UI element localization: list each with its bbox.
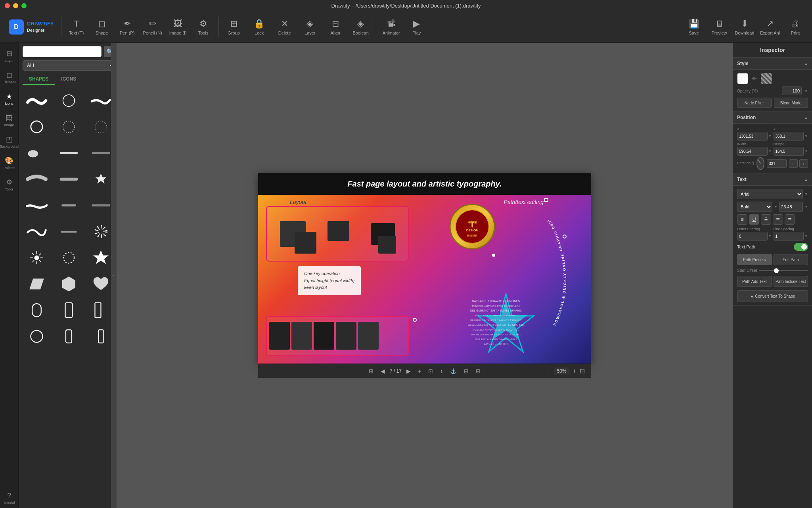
shape-item[interactable]	[54, 272, 84, 296]
selection-handle-3[interactable]	[413, 318, 417, 322]
y-input[interactable]	[774, 132, 804, 140]
selection-handle-1[interactable]	[544, 198, 548, 202]
toolbar-layer[interactable]: ◈ Layer	[298, 13, 322, 40]
path-presets-button[interactable]: Path Presets	[737, 254, 772, 265]
toolbar-pen[interactable]: ✒ Pen (P)	[115, 13, 139, 40]
toolbar-group[interactable]: ⊞ Group	[222, 13, 246, 40]
next-page-button[interactable]: ▶	[404, 367, 413, 375]
edit-path-button[interactable]: Edit Path	[774, 254, 808, 265]
page-layout-button[interactable]: ⊟	[462, 367, 471, 375]
shape-item[interactable]	[22, 89, 52, 112]
shape-item[interactable]	[22, 141, 52, 165]
canvas-area[interactable]: Fast page layout and artistic typography…	[117, 43, 733, 508]
height-input[interactable]	[774, 147, 804, 156]
toolbar-play[interactable]: ▶ Play	[405, 13, 429, 40]
search-input[interactable]	[23, 46, 102, 57]
underline-button[interactable]: U	[749, 214, 759, 225]
nav-tutorial[interactable]: ? Tutorial	[0, 488, 18, 508]
shape-item[interactable]	[54, 246, 84, 269]
font-family-select[interactable]: Arial	[737, 189, 803, 199]
shape-item[interactable]	[54, 298, 84, 322]
path-include-text-button[interactable]: Path Include Text	[774, 276, 808, 287]
nav-icons[interactable]: ★ Icons	[0, 89, 18, 109]
toolbar-lock[interactable]: 🔒 Lock	[247, 13, 271, 40]
flip-h-button[interactable]: ↔	[789, 159, 798, 168]
line-spacing-input[interactable]	[774, 232, 804, 241]
start-offset-slider[interactable]	[759, 270, 808, 271]
shape-item[interactable]	[54, 324, 84, 348]
x-input[interactable]	[737, 132, 768, 140]
shape-item[interactable]	[22, 272, 52, 296]
shape-item[interactable]	[22, 298, 52, 322]
toolbar-image[interactable]: 🖼 Image (I)	[166, 13, 190, 40]
copy-page-button[interactable]: ⊡	[426, 367, 435, 375]
nav-background[interactable]: ◰ Background	[0, 132, 18, 152]
width-input[interactable]	[737, 147, 768, 156]
align-left-button[interactable]: ≡	[737, 214, 747, 225]
style-section-header[interactable]: Style ▲	[733, 58, 812, 70]
edit-color-button[interactable]: ✏	[751, 75, 758, 83]
shape-item[interactable]	[22, 219, 52, 243]
pattern-swatch[interactable]	[761, 73, 772, 84]
shape-item[interactable]	[54, 167, 84, 191]
anchor-button[interactable]: ⚓	[448, 367, 459, 375]
toolbar-shape[interactable]: ◻ Shape	[90, 13, 114, 40]
toolbar-print[interactable]: 🖨 Print	[783, 13, 807, 40]
toolbar-pencil[interactable]: ✏ Pencil (N)	[141, 13, 165, 40]
convert-text-shape-button[interactable]: ★ Convert Text To Shape	[737, 290, 808, 302]
fill-color-swatch[interactable]	[737, 73, 748, 84]
strikethrough-button[interactable]: S	[761, 214, 771, 225]
toolbar-delete[interactable]: ✕ Delete	[273, 13, 297, 40]
letter-spacing-input[interactable]	[737, 232, 768, 241]
rotation-dial[interactable]	[756, 157, 764, 170]
zoom-in-button[interactable]: +	[573, 368, 576, 375]
maximize-button[interactable]	[21, 3, 27, 8]
path-add-text-button[interactable]: Path Add Text	[737, 276, 772, 287]
tab-shapes[interactable]: SHAPES	[23, 74, 55, 85]
add-page-button[interactable]: +	[416, 367, 423, 375]
grid-view-button[interactable]: ⊞	[366, 367, 376, 375]
shape-item[interactable]	[22, 167, 52, 191]
move-page-button[interactable]: ↕	[438, 367, 445, 375]
zoom-out-button[interactable]: −	[547, 368, 550, 375]
nav-image[interactable]: 🖼 Image	[0, 110, 18, 130]
text-section-header[interactable]: Text ▲	[733, 173, 812, 186]
toolbar-boolean[interactable]: ◈ Boolean	[349, 13, 373, 40]
font-weight-select[interactable]: Bold	[737, 202, 772, 212]
shape-item[interactable]	[54, 89, 84, 112]
shape-item[interactable]	[22, 115, 52, 139]
tab-icons[interactable]: ICONS	[55, 74, 82, 85]
nav-palette[interactable]: 🎨 Palette	[0, 153, 18, 173]
opacity-input[interactable]	[782, 87, 802, 95]
shape-item[interactable]	[54, 193, 84, 217]
shape-item[interactable]	[54, 219, 84, 243]
shape-item[interactable]	[54, 115, 84, 139]
shape-item[interactable]	[22, 324, 52, 348]
nav-tools[interactable]: ⚙ Tools	[0, 175, 18, 194]
zoom-fit-button[interactable]: ⊡	[580, 367, 585, 375]
minimize-button[interactable]	[13, 3, 18, 8]
prev-page-button[interactable]: ◀	[378, 367, 387, 375]
nav-layer[interactable]: ⊟ Layer	[0, 46, 18, 66]
selection-handle-2[interactable]	[563, 235, 567, 239]
toolbar-save[interactable]: 💾 Save	[682, 13, 706, 40]
shape-item[interactable]	[22, 193, 52, 217]
font-size-input[interactable]	[779, 202, 803, 212]
rotation-input[interactable]	[767, 159, 787, 168]
filter-select[interactable]: ALL	[23, 60, 115, 71]
selection-handle-4[interactable]	[492, 254, 495, 257]
shape-item[interactable]	[54, 141, 84, 165]
text-path-toggle[interactable]	[794, 243, 808, 251]
fullscreen-button[interactable]: ⊟	[473, 367, 483, 375]
position-section-header[interactable]: Position ▲	[733, 112, 812, 124]
toolbar-export[interactable]: ↗ Export Ani	[758, 13, 782, 40]
toolbar-text[interactable]: T Text (T)	[65, 13, 88, 40]
node-filter-button[interactable]: Node Filter	[737, 98, 772, 108]
toolbar-tools[interactable]: ⚙ Tools	[192, 13, 215, 40]
toolbar-preview[interactable]: 🖥 Preview	[707, 13, 731, 40]
close-button[interactable]	[5, 3, 10, 8]
blend-mode-button[interactable]: Blend Mode	[774, 98, 808, 108]
shape-item[interactable]	[22, 246, 52, 269]
toolbar-animator[interactable]: 📽 Animator	[379, 13, 403, 40]
toolbar-download[interactable]: ⬇ Download	[733, 13, 756, 40]
